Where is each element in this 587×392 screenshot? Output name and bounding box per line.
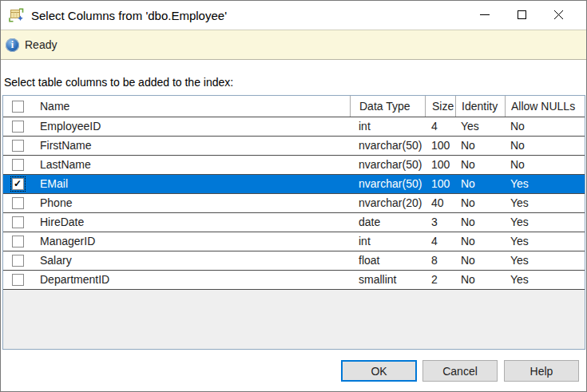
cell-identity: No: [455, 251, 505, 270]
column-header-size[interactable]: Size: [425, 96, 455, 117]
row-checkbox-cell: [3, 213, 32, 232]
row-checkbox-cell: [3, 232, 32, 251]
window-controls: [466, 2, 577, 27]
cell-name: Phone: [32, 194, 350, 212]
instruction-label: Select table columns to be added to the …: [4, 76, 233, 89]
index-columns-icon: [9, 8, 25, 22]
cell-dtype: nvarchar(50): [350, 137, 425, 155]
cell-name: FirstName: [32, 137, 350, 155]
cell-name: HireDate: [32, 213, 350, 232]
cell-identity: Yes: [455, 117, 505, 136]
cell-size: 40: [425, 194, 455, 212]
row-checkbox[interactable]: [12, 255, 24, 267]
cell-dtype: nvarchar(20): [350, 194, 425, 212]
table-row[interactable]: HireDatedate3NoYes: [3, 213, 585, 232]
close-button[interactable]: [540, 2, 577, 27]
cell-name: EMail: [32, 175, 350, 193]
cell-identity: No: [455, 271, 505, 289]
cell-dtype: date: [350, 213, 425, 232]
cell-dtype: int: [350, 232, 425, 251]
cell-dtype: nvarchar(50): [350, 156, 425, 174]
cell-nulls: No: [505, 117, 585, 136]
cell-nulls: Yes: [505, 175, 585, 193]
row-checkbox[interactable]: [12, 236, 24, 247]
table-row[interactable]: Phonenvarchar(20)40NoYes: [3, 194, 585, 213]
row-checkbox[interactable]: ✓: [12, 178, 24, 190]
cell-size: 100: [425, 175, 455, 193]
row-checkbox-cell: [3, 117, 32, 136]
table-row[interactable]: ManagerIDint4NoYes: [3, 232, 585, 251]
columns-table: Name Data Type Size Identity Allow NULLs…: [2, 95, 585, 350]
cell-size: 3: [425, 213, 455, 232]
column-header-name[interactable]: Name: [32, 96, 350, 117]
cell-name: DepartmentID: [32, 271, 350, 289]
cell-name: ManagerID: [32, 232, 350, 251]
cell-name: LastName: [32, 156, 350, 174]
row-checkbox-cell: [3, 137, 32, 155]
table-body: EmployeeIDint4YesNoFirstNamenvarchar(50)…: [3, 117, 585, 290]
select-all-checkbox[interactable]: [12, 101, 24, 113]
help-button[interactable]: Help: [504, 360, 579, 382]
cell-identity: No: [455, 213, 505, 232]
minimize-button[interactable]: [466, 2, 503, 27]
cell-dtype: nvarchar(50): [350, 175, 425, 193]
cancel-button[interactable]: Cancel: [422, 360, 498, 382]
table-row[interactable]: EmployeeIDint4YesNo: [3, 117, 585, 137]
cell-dtype: smallint: [350, 271, 425, 289]
window-title: Select Columns from 'dbo.Employee': [31, 9, 227, 22]
cell-dtype: float: [350, 251, 425, 270]
title-bar: Select Columns from 'dbo.Employee': [1, 1, 586, 30]
cell-size: 4: [425, 232, 455, 251]
column-header-identity[interactable]: Identity: [455, 96, 505, 117]
cell-size: 8: [425, 251, 455, 270]
cell-size: 100: [425, 137, 455, 155]
maximize-button[interactable]: [503, 2, 540, 27]
cell-name: EmployeeID: [32, 117, 350, 136]
cell-name: Salary: [32, 251, 350, 270]
cell-nulls: Yes: [505, 232, 585, 251]
close-icon: [553, 10, 564, 20]
status-bar: i Ready: [1, 30, 586, 60]
table-row[interactable]: FirstNamenvarchar(50)100NoNo: [3, 137, 585, 156]
row-checkbox[interactable]: [12, 197, 24, 209]
header-checkbox-cell: [3, 96, 32, 117]
info-icon: i: [6, 38, 19, 52]
table-row[interactable]: ✓EMailnvarchar(50)100NoYes: [3, 175, 585, 194]
cell-identity: No: [455, 175, 505, 193]
cell-identity: No: [455, 156, 505, 174]
cell-nulls: Yes: [505, 271, 585, 289]
cell-identity: No: [455, 232, 505, 251]
ok-button[interactable]: OK: [341, 360, 417, 382]
row-checkbox-cell: [3, 271, 32, 289]
status-text: Ready: [25, 38, 57, 51]
table-row[interactable]: LastNamenvarchar(50)100NoNo: [3, 156, 585, 175]
row-checkbox[interactable]: [12, 274, 24, 286]
table-header: Name Data Type Size Identity Allow NULLs: [3, 96, 585, 117]
cell-dtype: int: [350, 117, 425, 136]
table-row[interactable]: DepartmentIDsmallint2NoYes: [3, 271, 585, 290]
row-checkbox-cell: [3, 251, 32, 270]
row-checkbox[interactable]: [12, 216, 24, 228]
cell-identity: No: [455, 137, 505, 155]
row-checkbox[interactable]: [12, 121, 24, 133]
cell-nulls: Yes: [505, 251, 585, 270]
cell-nulls: Yes: [505, 194, 585, 212]
row-checkbox[interactable]: [12, 159, 24, 171]
column-header-data-type[interactable]: Data Type: [350, 96, 425, 117]
cell-nulls: No: [505, 156, 585, 174]
table-row[interactable]: Salaryfloat8NoYes: [3, 251, 585, 271]
cell-nulls: Yes: [505, 213, 585, 232]
select-columns-dialog: Select Columns from 'dbo.Employee' i Rea…: [0, 0, 587, 392]
cell-identity: No: [455, 194, 505, 212]
row-checkbox-cell: [3, 156, 32, 174]
row-checkbox-cell: ✓: [3, 175, 32, 193]
cell-size: 4: [425, 117, 455, 136]
row-checkbox-cell: [3, 194, 32, 212]
cell-size: 2: [425, 271, 455, 289]
column-header-allow-nulls[interactable]: Allow NULLs: [505, 96, 585, 117]
cell-size: 100: [425, 156, 455, 174]
maximize-icon: [518, 10, 526, 19]
minimize-icon: [480, 14, 490, 15]
cell-nulls: No: [505, 137, 585, 155]
row-checkbox[interactable]: [12, 140, 24, 152]
